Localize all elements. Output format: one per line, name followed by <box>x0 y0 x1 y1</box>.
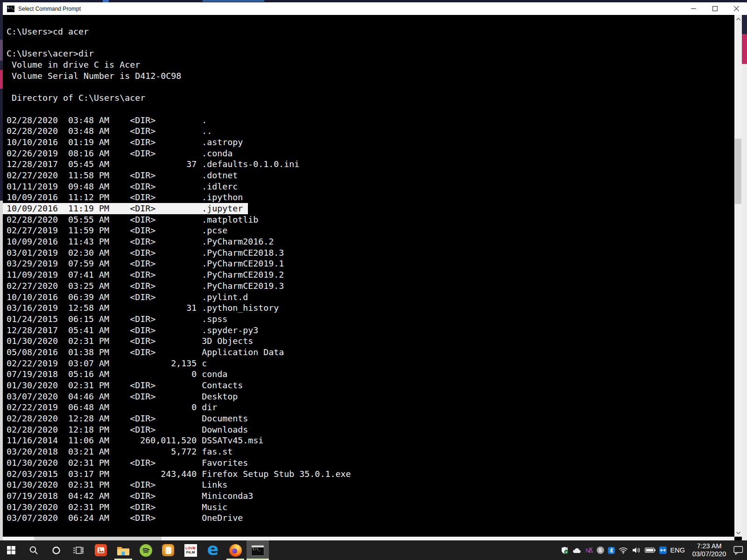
minimize-icon <box>691 6 696 11</box>
background-window-accent <box>203 0 264 2</box>
taskbar-item-spotify[interactable] <box>134 540 157 560</box>
close-button[interactable] <box>726 2 747 15</box>
terminal-line: 12/28/2017 05:45 AM 37 .defaults-0.1.0.i… <box>7 159 351 170</box>
window-titlebar[interactable]: C:\_ Select Command Prompt <box>3 2 747 15</box>
wifi-icon[interactable] <box>619 546 628 554</box>
taskbar-item-command-prompt[interactable]: C:\_ <box>247 540 269 560</box>
taskbar-item-photos[interactable] <box>90 540 112 560</box>
lovefilm-text-bottom: FiLM <box>186 550 195 554</box>
terminal-line: 01/11/2019 09:48 AM <DIR> .idlerc <box>7 181 351 192</box>
taskbar-item-file-explorer[interactable] <box>112 540 134 560</box>
terminal-line: 01/30/2020 02:31 PM <DIR> Music <box>7 502 351 513</box>
maximize-button[interactable] <box>704 2 726 15</box>
scroll-up-button[interactable] <box>734 15 742 23</box>
skype-icon[interactable]: S <box>597 546 604 554</box>
action-center-icon[interactable] <box>733 546 744 555</box>
terminal-line: 03/16/2019 12:58 AM 31 .python_history <box>7 302 351 314</box>
svg-text:N: N <box>585 547 590 554</box>
terminal-line: 02/28/2020 03:48 AM <DIR> .. <box>7 126 351 137</box>
terminal-line: 11/16/2014 11:06 AM 260,011,520 DSSATv45… <box>7 435 351 446</box>
terminal-line: 03/07/2020 06:24 AM <DIR> OneDrive <box>7 512 351 524</box>
terminal-line: 02/28/2020 05:55 AM <DIR> .matplotlib <box>7 214 351 225</box>
terminal-line: 10/09/2016 11:43 PM <DIR> .PyCharm2016.2 <box>7 236 351 247</box>
vertical-scrollbar[interactable] <box>734 15 742 537</box>
terminal-line: Volume Serial Number is D412-0C98 <box>7 70 351 82</box>
terminal-line: Directory of C:\Users\acer <box>7 92 351 104</box>
terminal-line: 07/19/2018 05:16 AM 0 conda <box>7 369 351 380</box>
teamviewer-icon[interactable] <box>659 546 667 554</box>
terminal-line: 02/27/2020 11:58 PM <DIR> .dotnet <box>7 170 351 181</box>
terminal-line: 03/29/2019 07:59 AM <DIR> .PyCharmCE2019… <box>7 258 351 269</box>
windows-logo-icon <box>7 546 15 554</box>
taskbar-item-search[interactable] <box>22 540 45 560</box>
terminal-line: 03/20/2018 03:21 AM 5,772 fas.st <box>7 446 351 457</box>
clock-time: 7:23 AM <box>689 542 730 550</box>
terminal-line: 02/22/2019 03:07 AM 2,135 c <box>7 358 351 369</box>
terminal-line: C:\Users\acer>dir <box>7 48 351 59</box>
terminal-line: 02/26/2019 08:16 AM <DIR> .conda <box>7 148 351 159</box>
firefox-icon <box>229 544 242 557</box>
terminal-line: 10/10/2016 01:19 AM <DIR> .astropy <box>7 137 351 148</box>
volume-icon[interactable] <box>632 546 641 554</box>
terminal-line: 02/22/2019 06:48 AM 0 dir <box>7 402 351 413</box>
minimize-button[interactable] <box>683 2 704 15</box>
taskbar-item-cortana[interactable] <box>45 540 67 560</box>
taskbar-item-task-view[interactable] <box>67 540 90 560</box>
background-window-right-edge <box>742 64 747 540</box>
window-controls <box>683 2 747 15</box>
edge-e-icon: e <box>207 541 218 558</box>
terminal-line: 02/03/2015 03:17 PM 243,440 Firefox Setu… <box>7 469 351 480</box>
terminal-line: 03/01/2019 02:30 AM <DIR> .PyCharmCE2018… <box>7 247 351 259</box>
terminal-line: Volume in drive C is Acer <box>7 59 351 70</box>
terminal-line: 01/30/2020 02:31 PM <DIR> Favorites <box>7 457 351 469</box>
onenote-clipper-icon[interactable]: N <box>585 546 593 554</box>
terminal-line: 01/30/2020 02:31 PM <DIR> 3D Objects <box>7 336 351 347</box>
terminal-line: 01/30/2020 02:31 PM <DIR> Links <box>7 479 351 490</box>
selected-text: 10/09/2016 11:19 PM <DIR> .jupyter <box>3 203 248 214</box>
terminal-line: 01/30/2020 02:31 PM <DIR> Contacts <box>7 380 351 391</box>
close-icon <box>734 6 739 11</box>
scroll-down-button[interactable] <box>734 529 742 537</box>
taskbar-item-firefox[interactable] <box>224 540 247 560</box>
terminal-line: C:\Users>cd acer <box>7 26 351 37</box>
system-tray: N S <box>561 540 747 560</box>
window-title: Select Command Prompt <box>18 6 81 12</box>
terminal-line: 03/07/2020 04:46 AM <DIR> Desktop <box>7 391 351 402</box>
terminal-line <box>7 104 351 115</box>
windows-security-shield-icon[interactable] <box>561 546 569 554</box>
terminal-line: 02/28/2020 03:48 AM <DIR> . <box>7 115 351 126</box>
terminal-line <box>7 81 351 92</box>
start-button[interactable] <box>0 540 22 560</box>
spotify-icon <box>140 544 152 557</box>
terminal-line: 01/24/2015 06:15 AM <DIR> .spss <box>7 314 351 325</box>
task-view-icon <box>73 546 84 555</box>
taskbar-item-amber-media-app[interactable] <box>157 540 179 560</box>
cortana-ring-icon <box>52 546 61 555</box>
terminal-line <box>7 37 351 49</box>
cmd-window-icon: C:\_ <box>251 545 264 556</box>
vertical-scrollbar-thumb[interactable] <box>735 139 741 204</box>
terminal-line: 10/10/2016 06:39 AM <DIR> .pylint.d <box>7 292 351 303</box>
taskbar-item-edge[interactable]: e <box>202 540 224 560</box>
terminal-content-area[interactable]: C:\Users>cd acerC:\Users\acer>dir Volume… <box>3 15 734 537</box>
terminal-line: 10/09/2016 11:19 PM <DIR> .jupyter <box>7 203 351 214</box>
bluetooth-icon[interactable] <box>608 547 615 554</box>
battery-icon[interactable] <box>645 547 655 553</box>
taskbar-item-lovefilm[interactable]: LOVE FiLM <box>179 540 202 560</box>
clock[interactable]: 7:23 AM 03/07/2020 <box>689 542 730 558</box>
onedrive-cloud-icon[interactable] <box>572 547 581 553</box>
search-icon <box>29 546 38 555</box>
terminal-line: 02/28/2020 12:18 PM <DIR> Downloads <box>7 424 351 435</box>
lovefilm-text-top: LOVE <box>185 546 196 550</box>
chevron-down-icon <box>736 532 740 534</box>
photos-app-icon <box>95 544 107 556</box>
maximize-icon <box>712 6 718 11</box>
horizontal-scrollbar[interactable] <box>3 537 734 540</box>
language-indicator[interactable]: ENG <box>670 546 685 554</box>
clock-date: 03/07/2020 <box>689 550 730 558</box>
terminal-line: 02/27/2020 03:25 AM <DIR> .PyCharmCE2019… <box>7 280 351 292</box>
cmd-app-icon[interactable]: C:\_ <box>7 6 14 12</box>
terminal-line: 02/28/2020 12:28 AM <DIR> Documents <box>7 413 351 424</box>
folder-icon <box>117 545 130 556</box>
horizontal-scrollbar-thumb[interactable] <box>34 537 162 540</box>
